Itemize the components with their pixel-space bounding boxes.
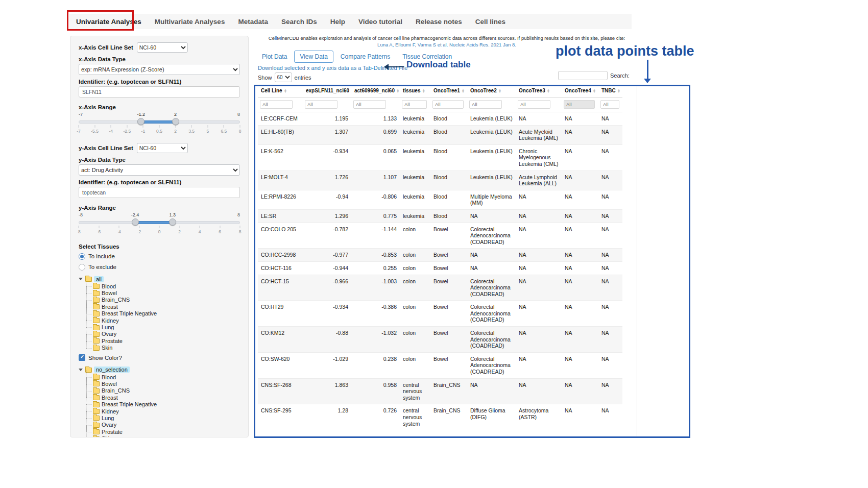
slider-handle-to[interactable] <box>169 218 176 226</box>
search-input[interactable] <box>558 71 608 80</box>
nav-item-metadata[interactable]: Metadata <box>238 18 268 26</box>
filter-input-oncotree2[interactable] <box>469 100 502 109</box>
sort-icon[interactable]: ▲▼ <box>617 89 620 93</box>
tree-node-skin[interactable]: Skin <box>85 345 240 351</box>
tree-node-no-selection[interactable]: no_selection <box>79 366 240 374</box>
tab-plot-data[interactable]: Plot Data <box>257 51 292 62</box>
table-row[interactable]: LE:MOLT-41.7261.107leukemiaBloodLeukemia… <box>258 170 622 190</box>
slider-handle-from[interactable] <box>137 118 144 125</box>
column-header-cell-line[interactable]: Cell Line▲▼ <box>258 84 303 98</box>
sort-icon[interactable]: ▲▼ <box>284 89 287 93</box>
nav-item-multivariate-analyses[interactable]: Multivariate Analyses <box>155 18 225 26</box>
tree-node-lung[interactable]: Lung <box>85 324 240 330</box>
entries-select[interactable]: 60 <box>275 72 292 82</box>
cell: NA <box>598 327 622 353</box>
y-cell-line-set-select[interactable]: NCI-60 <box>137 143 188 153</box>
tree-node-kidney[interactable]: Kidney <box>85 408 240 414</box>
table-row[interactable]: LE:RPMI-8226-0.94-0.806leukemiaBloodMult… <box>258 190 622 209</box>
nav-item-release-notes[interactable]: Release notes <box>416 18 462 26</box>
column-header-act609699-nci60[interactable]: act609699_nci60▲▼ <box>351 84 400 98</box>
column-header-oncotree3[interactable]: OncoTree3▲▼ <box>516 84 562 98</box>
filter-input-oncotree4[interactable] <box>564 100 595 109</box>
slider-grid: -7-5.5-4-2.5-10.523.556.58 <box>79 125 240 135</box>
column-header-oncotree2[interactable]: OncoTree2▲▼ <box>467 84 516 98</box>
filter-input-tnbc[interactable] <box>600 100 619 109</box>
tree-node-breast[interactable]: Breast <box>85 394 240 401</box>
x-identifier-input[interactable] <box>79 86 240 97</box>
slider-tick <box>79 125 79 128</box>
table-row[interactable]: LE:K-562-0.9340.065leukemiaBloodLeukemia… <box>258 144 622 170</box>
x-range-slider[interactable]: -7-1.228-7-5.5-4-2.5-10.523.556.58 <box>79 112 240 136</box>
nav-item-univariate-analyses[interactable]: Univariate Analyses <box>76 18 141 26</box>
table-row[interactable]: CO:HT29-0.934-0.386colonBowelColorectal … <box>258 301 622 327</box>
tree-node-breast-triple-negative[interactable]: Breast Triple Negative <box>85 310 240 317</box>
sort-icon[interactable]: ▲▼ <box>593 89 596 93</box>
slider-handle-from[interactable] <box>132 218 139 226</box>
nav-item-help[interactable]: Help <box>330 18 345 26</box>
sort-icon[interactable]: ▲▼ <box>498 89 501 93</box>
table-row[interactable]: CO:COLO 205-0.782-1.144colonBowelColorec… <box>258 223 622 249</box>
table-row[interactable]: CO:HCC-2998-0.977-0.853colonBowelNANANAN… <box>258 249 622 262</box>
folder-icon <box>93 402 100 407</box>
table-row[interactable]: CO:SW-620-1.0290.238colonBowelColorectal… <box>258 352 622 378</box>
y-data-type-select[interactable]: act: Drug Activity <box>79 164 240 176</box>
filter-input-oncotree1[interactable] <box>432 100 464 109</box>
tree-node-ovary[interactable]: Ovary <box>85 331 240 337</box>
tree-node-blood[interactable]: Blood <box>85 374 240 380</box>
tissues-include-radio[interactable]: To include <box>79 252 240 260</box>
tab-view-data[interactable]: View Data <box>294 51 333 63</box>
tree-node-skin[interactable]: Skin <box>85 435 240 437</box>
tab-compare-patterns[interactable]: Compare Patterns <box>335 51 395 62</box>
y-range-slider[interactable]: -8-2.41.38-8-6-4-202468 <box>79 212 240 237</box>
column-header-expslfn11-nci60[interactable]: expSLFN11_nci60▲▼ <box>303 84 351 98</box>
tree-node-kidney[interactable]: Kidney <box>85 317 240 324</box>
nav-item-search-ids[interactable]: Search IDs <box>281 18 317 26</box>
sort-icon[interactable]: ▲▼ <box>351 89 351 93</box>
sort-icon[interactable]: ▲▼ <box>547 89 550 93</box>
x-data-type-select[interactable]: exp: mRNA Expression (Z-Score) <box>79 64 240 75</box>
cell: NA <box>598 223 622 249</box>
column-header-tissues[interactable]: tissues▲▼ <box>400 84 430 98</box>
y-identifier-input[interactable] <box>79 187 240 198</box>
tree-node-bowel[interactable]: Bowel <box>85 289 240 296</box>
filter-input-cell-line[interactable] <box>260 100 293 109</box>
column-header-oncotree4[interactable]: OncoTree4▲▼ <box>562 84 598 98</box>
filter-input-expslfn11-nci60[interactable] <box>305 100 337 109</box>
table-row[interactable]: CO:HCT-15-0.966-1.003colonBowelColorecta… <box>258 275 622 301</box>
table-row[interactable]: LE:HL-60(TB)1.3070.699leukemiaBloodLeuke… <box>258 125 622 144</box>
show-color-checkbox[interactable]: Show Color? <box>79 354 240 362</box>
nav-item-video-tutorial[interactable]: Video tutorial <box>358 18 402 26</box>
column-header-tnbc[interactable]: TNBC▲▼ <box>598 84 622 98</box>
filter-input-tissues[interactable] <box>402 100 427 109</box>
tree-node-breast[interactable]: Breast <box>85 303 240 310</box>
tree-node-ovary[interactable]: Ovary <box>85 422 240 428</box>
table-row[interactable]: CO:KM12-0.88-1.032colonBowelColorectal A… <box>258 327 622 353</box>
tree-node-prostate[interactable]: Prostate <box>85 428 240 435</box>
sort-icon[interactable]: ▲▼ <box>396 89 399 93</box>
tree-node-bowel[interactable]: Bowel <box>85 380 240 387</box>
tree-expander-icon[interactable] <box>79 369 83 371</box>
filter-input-oncotree3[interactable] <box>518 100 550 109</box>
table-row[interactable]: CO:HCT-116-0.9440.255colonBowelNANANANA <box>258 261 622 275</box>
tree-node-breast-triple-negative[interactable]: Breast Triple Negative <box>85 401 240 407</box>
slider-handle-to[interactable] <box>172 118 179 125</box>
filter-input-act609699-nci60[interactable] <box>353 100 386 109</box>
table-row[interactable]: LE:CCRF-CEM1.1951.133leukemiaBloodLeukem… <box>258 112 622 126</box>
tree-node-brain-cns[interactable]: Brain_CNS <box>85 297 240 303</box>
sort-icon[interactable]: ▲▼ <box>422 89 425 93</box>
tree-node-prostate[interactable]: Prostate <box>85 337 240 344</box>
tree-expander-icon[interactable] <box>79 278 83 280</box>
tree-node-lung[interactable]: Lung <box>85 414 240 421</box>
tree-node-brain-cns[interactable]: Brain_CNS <box>85 387 240 394</box>
table-row[interactable]: LE:SR1.2960.775leukemiaBloodNANANANA <box>258 209 622 223</box>
sort-icon[interactable]: ▲▼ <box>462 89 465 93</box>
tree-node-all[interactable]: all <box>79 275 240 283</box>
column-header-oncotree1[interactable]: OncoTree1▲▼ <box>430 84 467 98</box>
table-row[interactable]: CNS:SF-2951.280.726central nervous syste… <box>258 404 622 430</box>
table-row[interactable]: CNS:SF-2681.8630.958central nervous syst… <box>258 378 622 404</box>
tree-node-blood[interactable]: Blood <box>85 283 240 289</box>
x-cell-line-set-select[interactable]: NCI-60 <box>137 42 188 53</box>
cell: 0.065 <box>351 144 400 170</box>
tissues-exclude-radio[interactable]: To exclude <box>79 263 240 271</box>
nav-item-cell-lines[interactable]: Cell lines <box>475 18 505 26</box>
